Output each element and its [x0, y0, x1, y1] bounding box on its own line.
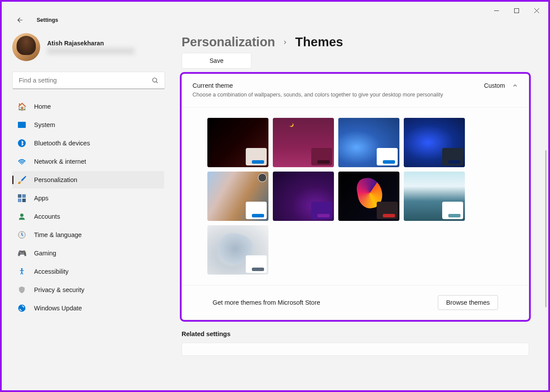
- shield-icon: [17, 285, 26, 294]
- related-settings-card[interactable]: [182, 343, 529, 356]
- breadcrumb: Personalization Themes: [182, 35, 529, 49]
- svg-point-13: [20, 213, 24, 217]
- accounts-icon: [17, 212, 26, 221]
- theme-tile[interactable]: [207, 172, 268, 221]
- nav-label: System: [34, 121, 55, 128]
- nav-label: Privacy & security: [34, 286, 84, 293]
- svg-point-4: [153, 78, 157, 82]
- bluetooth-icon: [17, 139, 26, 148]
- scrollbar[interactable]: [545, 150, 547, 307]
- search-box[interactable]: [12, 72, 165, 89]
- theme-tile[interactable]: [404, 118, 465, 167]
- svg-rect-9: [18, 194, 21, 198]
- personalization-icon: 🖌️: [17, 175, 26, 184]
- maximize-button[interactable]: [506, 3, 526, 17]
- save-button[interactable]: Save: [182, 53, 251, 69]
- nav-windows-update[interactable]: Windows Update: [12, 299, 164, 317]
- time-language-icon: [17, 230, 26, 239]
- user-name: Atish Rajasekharan: [47, 40, 134, 47]
- avatar: [12, 33, 40, 61]
- gaming-icon: 🎮: [17, 249, 26, 258]
- theme-tile[interactable]: [404, 172, 465, 221]
- back-button[interactable]: [12, 12, 28, 28]
- nav-accounts[interactable]: Accounts: [12, 208, 164, 225]
- svg-point-8: [21, 164, 22, 165]
- browse-themes-button[interactable]: Browse themes: [438, 295, 498, 310]
- nav-privacy[interactable]: Privacy & security: [12, 281, 164, 299]
- nav-bluetooth[interactable]: Bluetooth & devices: [12, 134, 164, 152]
- card-title: Current theme: [192, 82, 474, 89]
- theme-tile[interactable]: [338, 172, 399, 221]
- themes-grid: [182, 107, 529, 285]
- nav-label: Windows Update: [34, 305, 82, 312]
- theme-tile[interactable]: [273, 172, 334, 221]
- accessibility-icon: [17, 267, 26, 276]
- search-input[interactable]: [19, 77, 151, 84]
- user-email: [47, 48, 134, 55]
- content: Personalization Themes Save Current them…: [169, 19, 548, 390]
- card-value: Custom: [484, 82, 505, 89]
- nav-system[interactable]: System: [12, 116, 164, 134]
- store-row: Get more themes from Microsoft Store Bro…: [182, 285, 529, 320]
- apps-icon: [17, 194, 26, 203]
- nav-label: Home: [34, 103, 51, 110]
- app-title: Settings: [37, 17, 58, 23]
- nav-network[interactable]: Network & internet: [12, 153, 164, 170]
- nav-apps[interactable]: Apps: [12, 189, 164, 207]
- system-icon: [17, 120, 26, 129]
- close-icon: [534, 8, 539, 13]
- update-icon: [17, 304, 26, 313]
- svg-line-5: [156, 82, 158, 83]
- svg-point-16: [18, 305, 26, 312]
- svg-rect-11: [18, 199, 21, 202]
- breadcrumb-parent[interactable]: Personalization: [182, 35, 275, 49]
- nav-time-language[interactable]: Time & language: [12, 226, 164, 244]
- nav-label: Accessibility: [34, 268, 69, 275]
- store-text: Get more themes from Microsoft Store: [213, 299, 320, 306]
- home-icon: 🏠: [17, 102, 26, 111]
- breadcrumb-current: Themes: [295, 35, 343, 49]
- maximize-icon: [514, 8, 519, 13]
- search-icon: [151, 77, 158, 84]
- nav-accessibility[interactable]: Accessibility: [12, 263, 164, 280]
- minimize-icon: [494, 8, 499, 13]
- titlebar: Settings: [2, 2, 548, 19]
- svg-rect-6: [18, 122, 26, 128]
- svg-point-15: [21, 268, 23, 270]
- nav-label: Gaming: [34, 250, 56, 257]
- minimize-button[interactable]: [486, 3, 506, 17]
- nav-personalization[interactable]: 🖌️Personalization: [12, 171, 164, 189]
- network-icon: [17, 157, 26, 166]
- current-theme-card: Current theme Choose a combination of wa…: [182, 74, 529, 320]
- related-settings-title: Related settings: [182, 330, 529, 337]
- card-header[interactable]: Current theme Choose a combination of wa…: [182, 74, 529, 107]
- chevron-right-icon: [282, 39, 288, 45]
- theme-tile[interactable]: [207, 225, 268, 275]
- svg-rect-12: [22, 199, 26, 202]
- nav-label: Network & internet: [34, 158, 86, 165]
- chevron-up-icon[interactable]: [512, 83, 518, 89]
- card-subtitle: Choose a combination of wallpapers, soun…: [192, 91, 474, 99]
- svg-rect-10: [22, 194, 26, 198]
- nav-home[interactable]: 🏠Home: [12, 98, 164, 115]
- arrow-left-icon: [16, 16, 24, 24]
- svg-rect-1: [514, 8, 519, 13]
- close-button[interactable]: [526, 3, 547, 17]
- nav-label: Bluetooth & devices: [34, 140, 90, 147]
- nav-gaming[interactable]: 🎮Gaming: [12, 244, 164, 262]
- theme-tile[interactable]: [273, 118, 334, 167]
- sidebar: Atish Rajasekharan 🏠Home System Bluetoot…: [2, 19, 169, 390]
- nav-label: Personalization: [34, 176, 77, 183]
- user-block[interactable]: Atish Rajasekharan: [12, 33, 164, 61]
- nav-label: Accounts: [34, 213, 60, 220]
- theme-tile[interactable]: [207, 118, 268, 167]
- nav-label: Apps: [34, 195, 48, 202]
- theme-tile[interactable]: [338, 118, 399, 167]
- nav-label: Time & language: [34, 231, 82, 238]
